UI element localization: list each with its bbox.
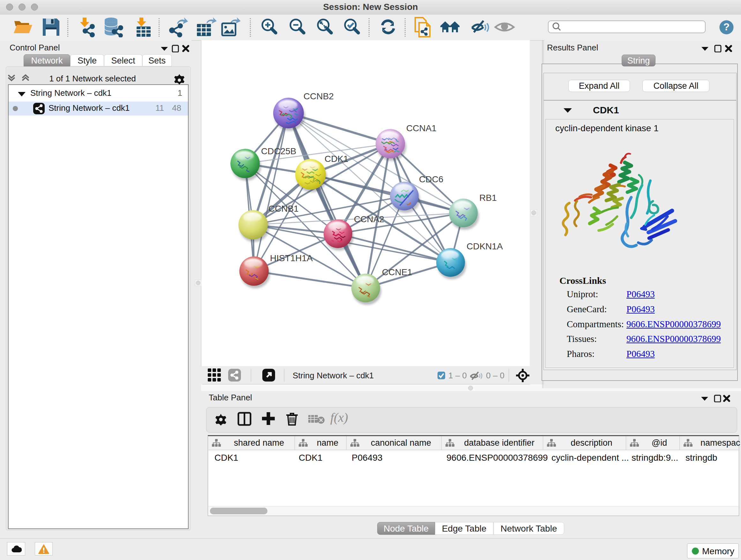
svg-text:CDC25B: CDC25B [261, 146, 296, 156]
svg-text:RB1: RB1 [479, 193, 496, 203]
svg-text:CDK1: CDK1 [325, 154, 348, 164]
svg-text:CCNA2: CCNA2 [354, 214, 384, 224]
svg-text:CCNA1: CCNA1 [406, 123, 436, 133]
svg-text:CCNE1: CCNE1 [382, 267, 412, 277]
svg-text:?: ? [724, 21, 730, 33]
svg-text:CCNB2: CCNB2 [304, 91, 334, 101]
svg-text:CDKN1A: CDKN1A [467, 241, 503, 251]
svg-text:HIST1H1A: HIST1H1A [270, 253, 313, 263]
svg-text:CDC6: CDC6 [419, 174, 443, 184]
svg-text:CCNB1: CCNB1 [268, 204, 299, 213]
